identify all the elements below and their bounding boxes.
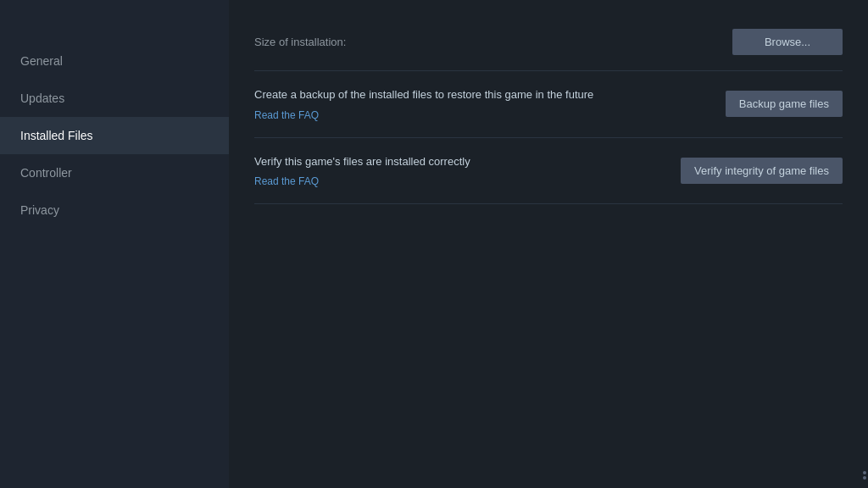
sidebar-item-label: Updates <box>20 92 64 105</box>
scrollbar-hint <box>863 471 866 480</box>
main-content: Size of installation: Browse... Create a… <box>229 0 868 488</box>
sidebar-item-privacy[interactable]: Privacy <box>0 191 229 229</box>
sidebar-item-label: Installed Files <box>20 129 93 142</box>
sidebar-item-installed-files[interactable]: Installed Files <box>0 117 229 154</box>
verify-info: Verify this game's files are installed c… <box>254 153 681 189</box>
verify-description: Verify this game's files are installed c… <box>254 153 664 170</box>
sidebar-item-controller[interactable]: Controller <box>0 154 229 191</box>
scrollbar-dot <box>863 476 866 480</box>
backup-faq-link[interactable]: Read the FAQ <box>254 109 319 121</box>
sidebar-item-updates[interactable]: Updates <box>0 80 229 117</box>
verify-button[interactable]: Verify integrity of game files <box>681 158 843 184</box>
sidebar-item-label: Controller <box>20 166 72 180</box>
browse-button[interactable]: Browse... <box>732 29 843 55</box>
sidebar-item-general[interactable]: General <box>0 42 229 80</box>
size-row: Size of installation: Browse... <box>254 17 843 71</box>
sidebar-item-label: General <box>20 54 63 68</box>
verify-faq-link[interactable]: Read the FAQ <box>254 175 319 187</box>
backup-button[interactable]: Backup game files <box>726 91 843 117</box>
backup-info: Create a backup of the installed files t… <box>254 86 726 122</box>
verify-row: Verify this game's files are installed c… <box>254 138 843 205</box>
backup-row: Create a backup of the installed files t… <box>254 71 843 138</box>
sidebar: General Updates Installed Files Controll… <box>0 0 229 488</box>
size-label: Size of installation: <box>254 36 346 48</box>
sidebar-item-label: Privacy <box>20 203 59 217</box>
backup-description: Create a backup of the installed files t… <box>254 86 709 103</box>
scrollbar-dot <box>863 471 866 474</box>
